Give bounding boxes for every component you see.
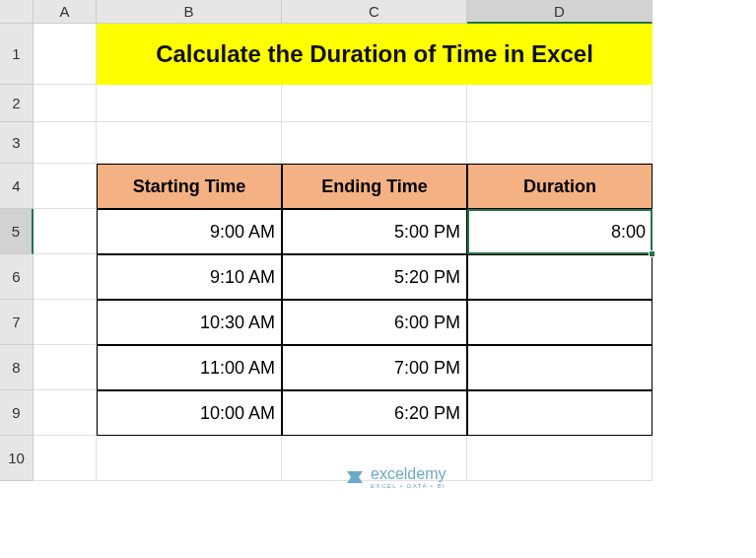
col-header-B[interactable]: B xyxy=(97,0,282,24)
row-header-9[interactable]: 9 xyxy=(0,390,34,436)
cell-D5[interactable]: 8:00 xyxy=(467,209,653,254)
cell-C3[interactable] xyxy=(282,122,467,164)
cell-D6[interactable] xyxy=(467,254,653,300)
cell-D8[interactable] xyxy=(467,345,653,390)
header-ending-time[interactable]: Ending Time xyxy=(282,164,467,209)
title-cell[interactable]: Calculate the Duration of Time in Excel xyxy=(97,24,653,85)
svg-marker-0 xyxy=(347,471,363,483)
cell-B6[interactable]: 9:10 AM xyxy=(97,254,282,300)
cell-A7[interactable] xyxy=(34,300,97,345)
watermark-logo-icon xyxy=(345,467,365,487)
row-header-7[interactable]: 7 xyxy=(0,300,34,345)
cell-D10[interactable] xyxy=(467,436,653,481)
row-header-1[interactable]: 1 xyxy=(0,24,34,85)
row-header-8[interactable]: 8 xyxy=(0,345,34,390)
watermark-tagline: EXCEL • DATA • BI xyxy=(371,483,446,489)
cell-B8[interactable]: 11:00 AM xyxy=(97,345,282,390)
cell-A4[interactable] xyxy=(34,164,97,209)
cell-C7[interactable]: 6:00 PM xyxy=(282,300,467,345)
cell-C6[interactable]: 5:20 PM xyxy=(282,254,467,300)
row-header-10[interactable]: 10 xyxy=(0,436,34,481)
cell-D7[interactable] xyxy=(467,300,653,345)
cell-B5[interactable]: 9:00 AM xyxy=(97,209,282,254)
cell-A2[interactable] xyxy=(34,85,97,122)
row-header-4[interactable]: 4 xyxy=(0,164,34,209)
cell-B9[interactable]: 10:00 AM xyxy=(97,390,282,436)
cell-A6[interactable] xyxy=(34,254,97,300)
cell-A1[interactable] xyxy=(34,24,97,85)
row-header-2[interactable]: 2 xyxy=(0,85,34,122)
cell-A5[interactable] xyxy=(34,209,97,254)
watermark-name: exceldemy xyxy=(371,465,446,482)
watermark: exceldemy EXCEL • DATA • BI xyxy=(345,465,446,489)
col-header-D[interactable]: D xyxy=(467,0,653,24)
cell-C8[interactable]: 7:00 PM xyxy=(282,345,467,390)
col-header-C[interactable]: C xyxy=(282,0,467,24)
cell-B2[interactable] xyxy=(97,85,282,122)
row-headers: 1 2 3 4 5 6 7 8 9 10 xyxy=(0,24,34,481)
cell-D2[interactable] xyxy=(467,85,653,122)
cell-A9[interactable] xyxy=(34,390,97,436)
cell-B7[interactable]: 10:30 AM xyxy=(97,300,282,345)
row-header-3[interactable]: 3 xyxy=(0,122,34,164)
select-all-corner[interactable] xyxy=(0,0,34,24)
row-header-5[interactable]: 5 xyxy=(0,209,34,254)
cell-A10[interactable] xyxy=(34,436,97,481)
cell-D3[interactable] xyxy=(467,122,653,164)
row-header-6[interactable]: 6 xyxy=(0,254,34,300)
cell-C9[interactable]: 6:20 PM xyxy=(282,390,467,436)
col-header-A[interactable]: A xyxy=(34,0,97,24)
cell-C2[interactable] xyxy=(282,85,467,122)
watermark-text: exceldemy EXCEL • DATA • BI xyxy=(371,465,446,489)
header-starting-time[interactable]: Starting Time xyxy=(97,164,282,209)
column-headers: A B C D xyxy=(34,0,653,24)
sheet-area: Calculate the Duration of Time in Excel … xyxy=(34,24,653,481)
cell-A8[interactable] xyxy=(34,345,97,390)
cell-D9[interactable] xyxy=(467,390,653,436)
cell-C5[interactable]: 5:00 PM xyxy=(282,209,467,254)
header-duration[interactable]: Duration xyxy=(467,164,653,209)
cell-A3[interactable] xyxy=(34,122,97,164)
fill-handle[interactable] xyxy=(649,250,655,257)
cell-B10[interactable] xyxy=(97,436,282,481)
cell-B3[interactable] xyxy=(97,122,282,164)
